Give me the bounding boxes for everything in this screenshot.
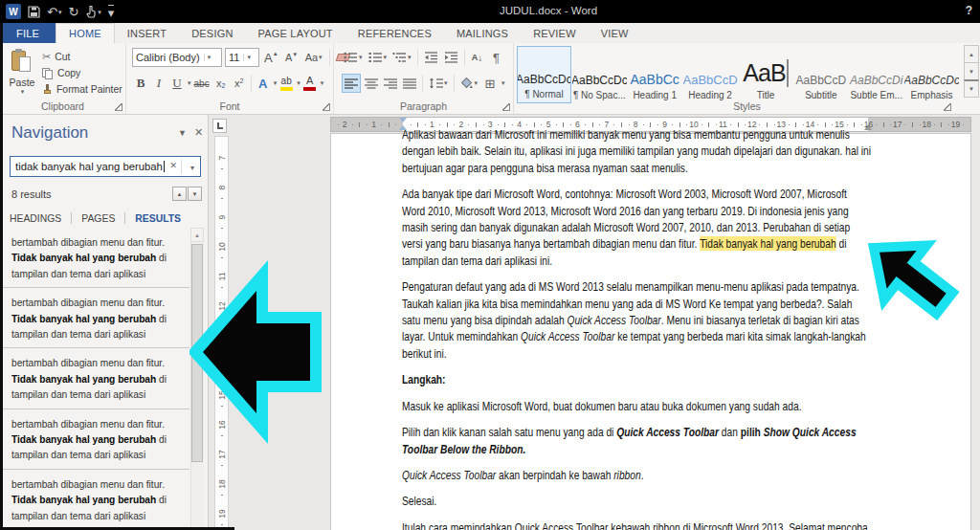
highlight-color-button[interactable]: ab bbox=[278, 74, 295, 93]
nav-tab-results[interactable]: RESULTS bbox=[125, 213, 190, 224]
style-heading-1[interactable]: AaBbCcHeading 1 bbox=[628, 46, 682, 103]
search-options-dropdown-icon[interactable]: ▾ bbox=[190, 164, 194, 172]
results-scroll-up-icon[interactable]: ▲ bbox=[190, 228, 204, 242]
ribbon-tab-references[interactable]: REFERENCES bbox=[345, 23, 444, 43]
redo-button[interactable]: ↻ bbox=[68, 6, 78, 18]
ribbon-tab-file[interactable]: FILE bbox=[0, 23, 56, 43]
save-icon[interactable] bbox=[28, 6, 40, 18]
increase-indent-button[interactable] bbox=[442, 48, 460, 67]
decrease-indent-button[interactable] bbox=[422, 48, 440, 67]
font-size-combo[interactable]: 11▾ bbox=[225, 48, 259, 67]
style-no-spac[interactable]: AaBbCcDc¶ No Spac... bbox=[572, 46, 627, 103]
touch-mode-dropdown-icon[interactable]: ▾ bbox=[98, 9, 101, 15]
subscript-button[interactable]: x2 bbox=[212, 74, 230, 93]
align-center-button[interactable] bbox=[363, 74, 380, 93]
show-hide-pilcrow-button[interactable]: ¶ bbox=[488, 48, 505, 67]
copy-button[interactable]: Copy bbox=[42, 65, 122, 81]
font-name-dropdown-icon[interactable]: ▾ bbox=[204, 54, 212, 61]
pane-close-icon[interactable]: ✕ bbox=[194, 126, 203, 139]
font-color-button[interactable]: A bbox=[301, 74, 319, 93]
tab-selector[interactable] bbox=[212, 119, 227, 133]
style-emphasis[interactable]: AaBbCcDcEmphasis bbox=[904, 46, 959, 103]
underline-button[interactable]: U bbox=[168, 74, 186, 93]
justify-button[interactable] bbox=[401, 74, 418, 93]
styles-group: AaBbCcDc¶ NormalAaBbCcDc¶ No Spac...AaBb… bbox=[514, 43, 980, 114]
ribbon-tab-page-layout[interactable]: PAGE LAYOUT bbox=[246, 23, 345, 43]
ribbon: Paste ▾ ✂Cut Copy Format Painter Clipboa… bbox=[0, 43, 980, 115]
document-text[interactable]: Aplikasi bawaan dari Microsoft ini memil… bbox=[402, 126, 872, 530]
borders-dropdown-icon[interactable]: ▾ bbox=[501, 79, 505, 87]
touch-mode-button[interactable]: ▾ bbox=[85, 6, 101, 18]
cut-button[interactable]: ✂Cut bbox=[42, 49, 122, 65]
font-color-dropdown-icon[interactable]: ▾ bbox=[321, 79, 324, 87]
search-clear-icon[interactable]: ✕ bbox=[169, 161, 177, 170]
pane-options-dropdown-icon[interactable]: ▼ bbox=[178, 128, 187, 138]
text-effects-button[interactable]: A bbox=[255, 74, 272, 93]
numbering-button[interactable]: ▾ bbox=[367, 48, 390, 67]
bullets-button[interactable]: ▾ bbox=[342, 48, 365, 67]
grow-font-button[interactable]: A▲ bbox=[262, 48, 280, 67]
ribbon-tab-review[interactable]: REVIEW bbox=[521, 23, 589, 43]
ruler-number: 18 bbox=[217, 479, 227, 489]
search-result-item[interactable]: bertambah dibagian menu dan fitur.Tidak … bbox=[0, 409, 189, 470]
bold-button[interactable]: B bbox=[132, 74, 149, 93]
format-painter-button[interactable]: Format Painter bbox=[42, 81, 122, 98]
highlight-dropdown-icon[interactable]: ▾ bbox=[297, 79, 301, 87]
clipboard-dialog-launcher-icon[interactable] bbox=[115, 103, 122, 111]
styles-dialog-launcher-icon[interactable] bbox=[944, 103, 951, 111]
multilevel-list-button[interactable]: ▾ bbox=[390, 48, 413, 67]
align-right-button[interactable] bbox=[382, 74, 399, 93]
nav-tab-headings[interactable]: HEADINGS bbox=[0, 213, 71, 224]
style-sample: AaBbCcD bbox=[683, 73, 738, 87]
align-left-button[interactable] bbox=[342, 74, 361, 93]
line-spacing-button[interactable]: ▾ bbox=[427, 74, 450, 93]
font-group-label: Font bbox=[126, 100, 333, 112]
search-result-item[interactable]: bertambah dibagian menu dan fitur.Tidak … bbox=[0, 470, 189, 527]
ribbon-tab-home[interactable]: HOME bbox=[56, 23, 115, 43]
copy-icon bbox=[42, 68, 54, 79]
shading-button[interactable]: ▾ bbox=[458, 74, 480, 93]
first-line-indent-marker[interactable] bbox=[399, 118, 407, 122]
style-subtle-em[interactable]: AaBbCcDiSubtle Em... bbox=[849, 46, 903, 103]
paste-label: Paste bbox=[10, 77, 35, 88]
customize-qat-icon[interactable]: ▾ bbox=[108, 5, 115, 19]
previous-result-button[interactable]: ▲ bbox=[172, 187, 187, 201]
ribbon-tab-design[interactable]: DESIGN bbox=[179, 23, 245, 43]
undo-dropdown-icon[interactable]: ▾ bbox=[58, 9, 62, 15]
ribbon-tab-insert[interactable]: INSERT bbox=[115, 23, 179, 43]
change-case-button[interactable]: Aa▾ bbox=[303, 48, 324, 67]
search-result-item[interactable]: bertambah dibagian menu dan fitur.Tidak … bbox=[0, 348, 189, 409]
italic-button[interactable]: I bbox=[150, 74, 167, 93]
font-name-combo[interactable]: Calibri (Body)▾ bbox=[132, 48, 222, 67]
borders-button[interactable]: ⊞ bbox=[481, 74, 499, 93]
font-size-dropdown-icon[interactable]: ▾ bbox=[243, 54, 251, 61]
search-input[interactable]: tidak banyak hal yang berubah ✕ ▾ bbox=[10, 156, 201, 177]
font-dialog-launcher-icon[interactable] bbox=[323, 103, 330, 111]
paragraph-dialog-launcher-icon[interactable] bbox=[502, 103, 510, 111]
style-title[interactable]: AaBTitle bbox=[739, 46, 793, 103]
style-subtitle[interactable]: AaBbCcDSubtitle bbox=[793, 46, 848, 103]
ribbon-tab-view[interactable]: VIEW bbox=[589, 23, 641, 43]
underline-dropdown-icon[interactable]: ▾ bbox=[188, 79, 191, 87]
search-result-item[interactable]: bertambah dibagian menu dan fitur.Tidak … bbox=[0, 228, 189, 288]
ruler-number: 17 bbox=[893, 120, 902, 129]
ruler-number: 17 bbox=[217, 450, 227, 459]
style-sample: AaBbCcDc bbox=[572, 74, 627, 87]
search-result-item[interactable]: bertambah dibagian menu dan fitur.Tidak … bbox=[0, 288, 189, 348]
gallery-more-icon[interactable]: ▼ bbox=[964, 79, 979, 98]
undo-button[interactable]: ↶▾ bbox=[47, 6, 61, 18]
shrink-font-button[interactable]: A▼ bbox=[283, 48, 301, 67]
paste-dropdown-icon[interactable]: ▾ bbox=[21, 88, 25, 96]
strikethrough-button[interactable]: abc bbox=[192, 74, 212, 93]
nav-tab-pages[interactable]: PAGES bbox=[72, 213, 124, 224]
style-heading-2[interactable]: AaBbCcDHeading 2 bbox=[683, 46, 738, 103]
help-icon[interactable]: ? bbox=[966, 4, 972, 17]
superscript-button[interactable]: x2 bbox=[231, 74, 248, 93]
style-normal[interactable]: AaBbCcDc¶ Normal bbox=[517, 46, 571, 103]
gallery-scroll-down-icon[interactable]: ▼ bbox=[964, 62, 979, 80]
next-result-button[interactable]: ▼ bbox=[188, 187, 202, 201]
text-effects-dropdown-icon[interactable]: ▾ bbox=[274, 79, 278, 87]
ribbon-tab-mailings[interactable]: MAILINGS bbox=[444, 23, 521, 43]
gallery-scroll-up-icon[interactable]: ▲ bbox=[964, 45, 979, 63]
sort-button[interactable]: A↓ bbox=[469, 48, 486, 67]
